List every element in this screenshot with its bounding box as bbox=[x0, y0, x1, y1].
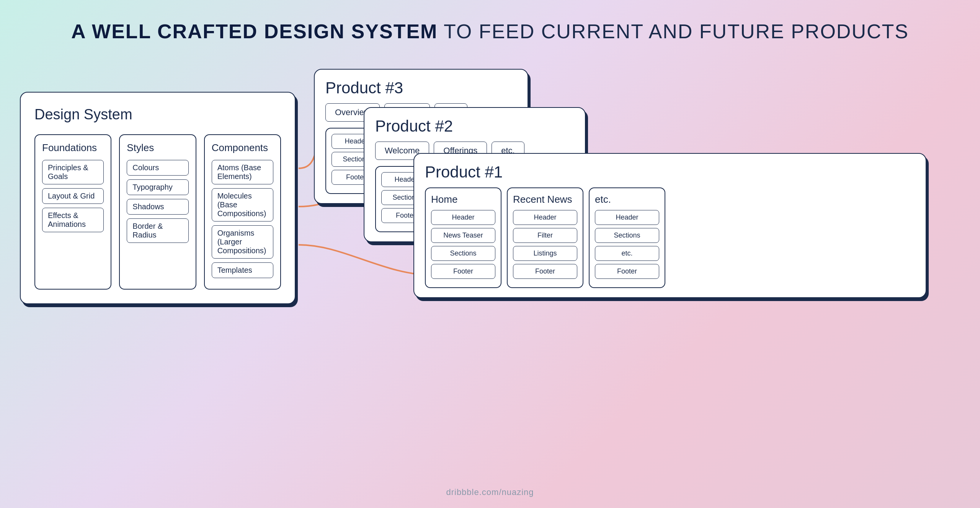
product1-card: Product #1 Home Header News Teaser Secti… bbox=[413, 153, 926, 298]
item-border: Border & Radius bbox=[127, 218, 188, 243]
design-system-title: Design System bbox=[34, 106, 281, 123]
styles-title: Styles bbox=[127, 142, 188, 154]
title-bold: A WELL CRAFTED DESIGN SYSTEM bbox=[71, 20, 438, 42]
item-principles: Principles & Goals bbox=[42, 160, 104, 184]
item-templates: Templates bbox=[212, 262, 273, 278]
product1-etc-title: etc. bbox=[595, 194, 659, 205]
product1-pages-row: Home Header News Teaser Sections Footer … bbox=[414, 187, 926, 297]
news-footer: Footer bbox=[513, 264, 577, 279]
product1-home-title: Home bbox=[431, 194, 495, 205]
news-filter: Filter bbox=[513, 228, 577, 243]
design-system-card: Design System Foundations Principles & G… bbox=[20, 92, 296, 304]
item-layout: Layout & Grid bbox=[42, 188, 104, 204]
foundations-group: Foundations Principles & Goals Layout & … bbox=[34, 134, 111, 290]
title-normal: TO FEED CURRENT AND FUTURE PRODUCTS bbox=[438, 20, 909, 42]
home-news-teaser: News Teaser bbox=[431, 228, 495, 243]
item-organisms: Organisms (Larger Compositions) bbox=[212, 225, 273, 259]
etc-sections: Sections bbox=[595, 228, 659, 243]
page-title: A WELL CRAFTED DESIGN SYSTEM TO FEED CUR… bbox=[0, 0, 980, 58]
product1-recent-news-col: Recent News Header Filter Listings Foote… bbox=[507, 187, 583, 288]
home-footer: Footer bbox=[431, 264, 495, 279]
product3-title: Product #3 bbox=[315, 70, 528, 103]
etc-header: Header bbox=[595, 210, 659, 225]
item-typography: Typography bbox=[127, 179, 188, 195]
item-atoms: Atoms (Base Elements) bbox=[212, 160, 273, 184]
news-header: Header bbox=[513, 210, 577, 225]
item-shadows: Shadows bbox=[127, 199, 188, 215]
columns-row: Foundations Principles & Goals Layout & … bbox=[34, 134, 281, 290]
components-group: Components Atoms (Base Elements) Molecul… bbox=[204, 134, 281, 290]
etc-etc: etc. bbox=[595, 246, 659, 261]
foundations-title: Foundations bbox=[42, 142, 104, 154]
diagram-container: Design System Foundations Principles & G… bbox=[0, 61, 980, 505]
home-sections: Sections bbox=[431, 246, 495, 261]
item-molecules: Molecules (Base Compositions) bbox=[212, 188, 273, 221]
product1-title: Product #1 bbox=[414, 154, 926, 187]
product1-home-col: Home Header News Teaser Sections Footer bbox=[425, 187, 501, 288]
watermark: dribbble.com/nuazing bbox=[446, 487, 534, 497]
product1-recent-news-title: Recent News bbox=[513, 194, 577, 205]
home-header: Header bbox=[431, 210, 495, 225]
item-colours: Colours bbox=[127, 160, 188, 176]
product1-etc-col: etc. Header Sections etc. Footer bbox=[589, 187, 665, 288]
news-listings: Listings bbox=[513, 246, 577, 261]
styles-group: Styles Colours Typography Shadows Border… bbox=[119, 134, 196, 290]
components-title: Components bbox=[212, 142, 273, 154]
item-effects: Effects & Animations bbox=[42, 208, 104, 232]
etc-footer: Footer bbox=[595, 264, 659, 279]
product2-title: Product #2 bbox=[364, 108, 585, 142]
